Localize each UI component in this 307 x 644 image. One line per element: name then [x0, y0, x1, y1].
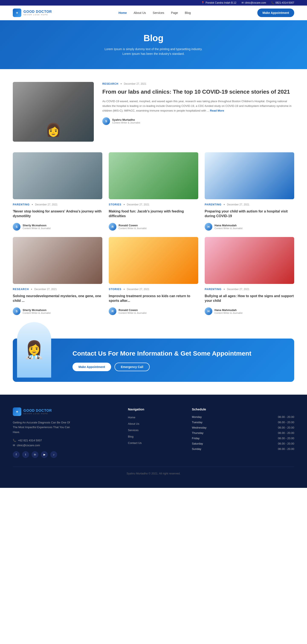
logo-name: GOOD DOCTOR — [23, 10, 52, 14]
post-card-date: December 27, 2021 — [35, 203, 57, 206]
author-avatar: S — [102, 117, 110, 125]
nav-home[interactable]: Home — [119, 11, 127, 14]
nav-services[interactable]: Services — [153, 11, 164, 14]
footer-schedule-title: Schedule — [192, 408, 294, 411]
featured-post-image — [13, 82, 94, 142]
post-card: PARENTING • December 27, 2021 Preparing … — [205, 152, 294, 230]
cta-buttons: Make Appointment Emergency Call — [72, 363, 251, 371]
schedule-day: Monday — [192, 415, 202, 418]
post-card-meta: PARENTING • December 27, 2021 — [13, 203, 102, 206]
post-author-info: Sherly Mcmahoon Content Writer & Journal… — [22, 224, 50, 230]
footer-nav-link[interactable]: Home — [128, 416, 135, 419]
twitter-button[interactable]: t — [22, 451, 29, 458]
post-author-avatar: S — [13, 308, 20, 315]
topbar-email: ✉ clinic@cscare.com — [242, 1, 266, 4]
footer-email: ✉ clinic@cscare.com — [13, 444, 115, 447]
nav-about[interactable]: About Us — [134, 11, 146, 14]
logo-icon: + — [13, 8, 21, 17]
schedule-day: Saturday — [192, 442, 203, 445]
post-author-name: Hana Mahmudah — [215, 224, 242, 227]
post-img-placeholder — [109, 237, 198, 284]
post-card-date: December 27, 2021 — [127, 203, 149, 206]
author-role: Content Writer & Journalist — [112, 122, 140, 124]
post-author-role: Content Writer & Journalist — [22, 312, 50, 314]
post-author-avatar: R — [109, 308, 116, 315]
schedule-row: Wednesday08.00 - 20.00 — [192, 426, 294, 429]
footer-navigation: Navigation HomeAbout UsServicesBlogConta… — [128, 408, 179, 458]
schedule-day: Thursday — [192, 431, 203, 434]
doctor-image: 👩‍⚕️ — [17, 322, 51, 378]
post-author-role: Content Writer & Journalist — [215, 227, 242, 230]
footer-nav-link[interactable]: Services — [128, 428, 139, 432]
footer: + GOOD DOCTOR NEVER LOSE HOPE Getting An… — [0, 395, 307, 488]
footer-nav-item: About Us — [128, 422, 179, 426]
footer-phone: 📞 +62 821 4314 5007 — [13, 439, 115, 442]
footer-nav-item: Contact Us — [128, 441, 179, 445]
nav-page[interactable]: Page — [171, 11, 178, 14]
post-card-date: December 27, 2021 — [227, 203, 249, 206]
post-card-image — [205, 152, 294, 199]
footer-nav-link[interactable]: Contact Us — [128, 441, 142, 444]
author-info: Syahru Murtadho Content Writer & Journal… — [112, 118, 140, 124]
schedule-day: Tuesday — [192, 421, 202, 424]
post-card-title: 'Never stop looking for answers' Andrea'… — [13, 209, 102, 219]
schedule-row: Tuesday08.00 - 20.00 — [192, 421, 294, 424]
footer-phone-icon: 📞 — [13, 439, 16, 442]
hero-title: Blog — [4, 33, 303, 43]
schedule-hours: 08.00 - 20.00 — [278, 447, 294, 450]
post-card: STORIES • December 27, 2021 Improving tr… — [109, 237, 198, 315]
featured-post: RESEARCH • December 27, 2021 From our la… — [13, 82, 294, 142]
hero-section: Blog Lorem Ipsum is simply dummy text of… — [0, 20, 307, 69]
make-appointment-button[interactable]: Make Appointment — [257, 8, 294, 17]
youtube-button[interactable]: ▶ — [41, 451, 48, 458]
schedule-row: Sunday08.00 - 20.00 — [192, 447, 294, 450]
cta-appointment-button[interactable]: Make Appointment — [72, 363, 111, 371]
post-card: RESEARCH • December 27, 2021 Solving neu… — [13, 237, 102, 315]
post-card-category: PARENTING — [205, 203, 222, 206]
topbar-address: 📍 Pondok Candra Indah B.12 — [201, 1, 237, 4]
post-card: PARENTING • December 27, 2021 'Never sto… — [13, 152, 102, 230]
footer-logo-name: GOOD DOCTOR — [23, 409, 52, 412]
post-card-title: Bullying at all ages: How to spot the si… — [205, 294, 294, 303]
footer-schedule-list: Monday08.00 - 20.00Tuesday08.00 - 20.00W… — [192, 415, 294, 450]
post-img-placeholder — [205, 152, 294, 199]
facebook-button[interactable]: f — [13, 451, 20, 458]
instagram-button[interactable]: in — [31, 451, 38, 458]
post-author-role: Content Writer & Journalist — [215, 312, 242, 314]
featured-post-date: December 27, 2021 — [124, 82, 146, 85]
footer-logo-icon: + — [13, 408, 21, 416]
post-author-name: Sherly Mcmahoon — [22, 224, 50, 227]
post-card-title: Improving treatment process so kids can … — [109, 294, 198, 303]
schedule-row: Saturday08.00 - 20.00 — [192, 442, 294, 445]
tiktok-button[interactable]: ♪ — [50, 451, 57, 458]
footer-nav-link[interactable]: About Us — [128, 422, 139, 425]
footer-logo-text: GOOD DOCTOR NEVER LOSE HOPE — [23, 409, 52, 415]
featured-post-content: RESEARCH • December 27, 2021 From our la… — [102, 82, 294, 125]
featured-post-meta: RESEARCH • December 27, 2021 — [102, 82, 294, 86]
post-card-image — [13, 237, 102, 284]
post-card-author: S Sherly Mcmahoon Content Writer & Journ… — [13, 223, 102, 230]
post-card-category: STORIES — [109, 203, 121, 206]
post-card-author: S Sherly Mcmahoon Content Writer & Journ… — [13, 308, 102, 315]
schedule-hours: 08.00 - 20.00 — [278, 442, 294, 445]
post-card-date: December 27, 2021 — [227, 288, 249, 291]
cta-emergency-button[interactable]: Emergency Call — [114, 363, 150, 371]
featured-post-title: From our labs and clinics: The top 10 CO… — [102, 88, 294, 96]
post-author-info: Hana Mahmudah Content Writer & Journalis… — [215, 224, 242, 230]
schedule-hours: 08.00 - 20.00 — [278, 421, 294, 424]
post-card-meta: PARENTING • December 27, 2021 — [205, 203, 294, 206]
post-card-date: December 27, 2021 — [127, 288, 149, 291]
post-card-meta: STORIES • December 27, 2021 — [109, 203, 198, 206]
post-card-title: Making food fun: Jacob's journey with fe… — [109, 209, 198, 219]
blog-section: RESEARCH • December 27, 2021 From our la… — [0, 69, 307, 334]
post-author-name: Hana Mahmudah — [215, 308, 242, 312]
logo-sub: NEVER LOSE HOPE — [23, 14, 52, 16]
read-more-link[interactable]: Read More — [210, 109, 224, 112]
post-card-meta: STORIES • December 27, 2021 — [109, 287, 198, 291]
nav-blog[interactable]: Blog — [185, 11, 191, 14]
footer-nav-link[interactable]: Blog — [128, 435, 133, 438]
cta-section: 👩‍⚕️ Contact Us For More Information & G… — [13, 338, 294, 382]
post-img-placeholder — [205, 237, 294, 284]
post-img-placeholder — [109, 152, 198, 199]
post-card-category: PARENTING — [205, 288, 222, 291]
